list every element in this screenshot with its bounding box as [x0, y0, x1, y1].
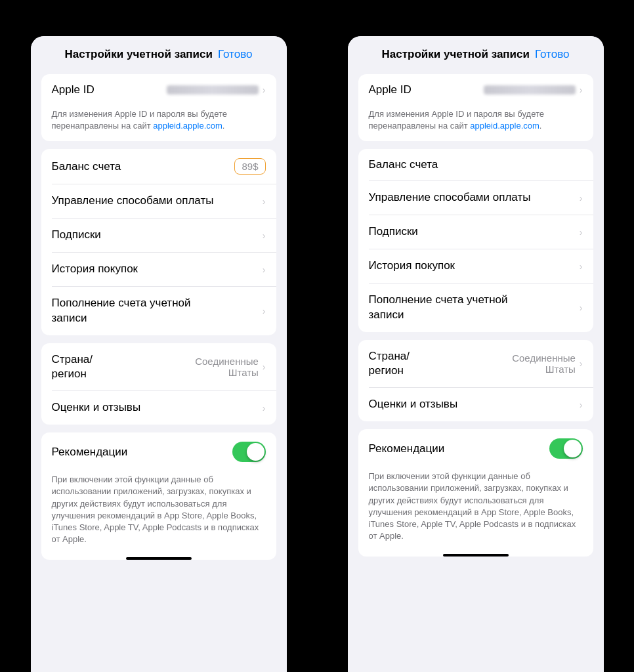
- left-apple-id-email: [167, 85, 259, 94]
- left-country-label: Страна/регион: [52, 352, 93, 381]
- right-payment-manage-row[interactable]: Управление способами оплаты ›: [358, 181, 593, 215]
- left-ratings-row[interactable]: Оценки и отзывы ›: [41, 391, 276, 425]
- right-apple-id-chevron: ›: [580, 85, 583, 95]
- right-history-row[interactable]: История покупок ›: [358, 249, 593, 283]
- left-rec-toggle-knob: [247, 443, 264, 461]
- right-rec-description: При включении этой функции данные об исп…: [358, 468, 593, 551]
- right-ratings-label: Оценки и отзывы: [369, 397, 458, 412]
- left-country-section: Страна/регион СоединенныеШтаты › Оценки …: [41, 343, 276, 425]
- right-scrollbar: [443, 554, 509, 556]
- left-title: Настройки учетной записи: [65, 48, 213, 61]
- right-history-chevron: ›: [580, 261, 583, 272]
- right-payment-manage-label: Управление способами оплаты: [369, 190, 531, 205]
- left-apple-id-section: Apple ID › Для изменения Apple ID и паро…: [41, 74, 276, 141]
- right-title: Настройки учетной записи: [382, 48, 530, 61]
- left-header: Настройки учетной записи Готово: [31, 36, 287, 68]
- left-history-label: История покупок: [52, 262, 138, 277]
- left-apple-id-link[interactable]: appleid.apple.com: [153, 121, 222, 131]
- right-rec-label: Рекомендации: [369, 442, 445, 455]
- right-topup-chevron: ›: [580, 303, 583, 313]
- left-rec-section: Рекомендации При включении этой функции …: [41, 432, 276, 560]
- left-rec-toggle[interactable]: [232, 442, 266, 462]
- right-screen: Настройки учетной записи Готово Apple ID…: [348, 36, 604, 672]
- right-content: Apple ID › Для изменения Apple ID и паро…: [348, 68, 604, 672]
- left-rec-label: Рекомендации: [52, 446, 128, 459]
- right-rec-row: Рекомендации: [358, 429, 593, 468]
- left-panel: Настройки учетной записи Готово Apple ID…: [0, 0, 317, 672]
- left-country-value: СоединенныеШтаты: [195, 356, 259, 378]
- right-apple-id-email: [484, 85, 576, 94]
- right-subscriptions-chevron: ›: [580, 227, 583, 238]
- left-balance-label: Баланс счета: [52, 160, 121, 173]
- left-rec-row: Рекомендации: [41, 432, 276, 471]
- left-apple-id-chevron: ›: [263, 85, 266, 95]
- left-country-chevron: ›: [263, 362, 266, 372]
- right-ratings-row[interactable]: Оценки и отзывы ›: [358, 388, 593, 421]
- left-country-right: СоединенныеШтаты ›: [195, 356, 265, 378]
- left-subscriptions-chevron: ›: [263, 230, 266, 241]
- right-balance-label: Баланс счета: [369, 158, 438, 171]
- right-header: Настройки учетной записи Готово: [348, 36, 604, 68]
- left-payment-manage-chevron: ›: [263, 196, 266, 207]
- right-rec-section: Рекомендации При включении этой функции …: [358, 429, 593, 556]
- right-country-label: Страна/регион: [369, 349, 410, 378]
- left-apple-id-row[interactable]: Apple ID ›: [41, 74, 276, 106]
- left-apple-id-label: Apple ID: [52, 83, 95, 96]
- right-rec-toggle-knob: [564, 440, 581, 457]
- right-done-button[interactable]: Готово: [535, 48, 570, 61]
- left-history-chevron: ›: [263, 264, 266, 275]
- right-apple-id-label: Apple ID: [369, 83, 412, 96]
- left-scrollbar: [126, 557, 192, 560]
- left-country-row[interactable]: Страна/регион СоединенныеШтаты ›: [41, 343, 276, 390]
- right-apple-id-row[interactable]: Apple ID ›: [358, 74, 593, 106]
- left-apple-id-right: ›: [167, 85, 266, 95]
- right-country-row[interactable]: Страна/регион СоединенныеШтаты ›: [358, 340, 593, 387]
- left-topup-label: Пополнение счета учетнойзаписи: [52, 296, 191, 326]
- left-history-row[interactable]: История покупок ›: [41, 253, 276, 286]
- left-balance-row: Баланс счета 89$: [41, 149, 276, 184]
- right-country-section: Страна/регион СоединенныеШтаты › Оценки …: [358, 340, 593, 421]
- right-payment-manage-chevron: ›: [580, 193, 583, 203]
- right-country-right: СоединенныеШтаты ›: [512, 352, 582, 375]
- right-apple-id-section: Apple ID › Для изменения Apple ID и паро…: [358, 74, 593, 141]
- left-subscriptions-row[interactable]: Подписки ›: [41, 219, 276, 252]
- left-content: Apple ID › Для изменения Apple ID и паро…: [31, 68, 287, 672]
- right-topup-row[interactable]: Пополнение счета учетнойзаписи ›: [358, 284, 593, 332]
- right-panel: Настройки учетной записи Готово Apple ID…: [317, 0, 634, 672]
- right-subscriptions-row[interactable]: Подписки ›: [358, 215, 593, 249]
- left-topup-chevron: ›: [263, 306, 266, 316]
- right-ratings-chevron: ›: [580, 400, 583, 410]
- left-screen: Настройки учетной записи Готово Apple ID…: [31, 36, 287, 672]
- left-balance-badge: 89$: [234, 158, 265, 175]
- right-apple-id-hint: Для изменения Apple ID и пароля вы будет…: [358, 106, 593, 141]
- right-country-value: СоединенныеШтаты: [512, 352, 576, 375]
- left-payment-section: Баланс счета 89$ Управление способами оп…: [41, 149, 276, 335]
- right-subscriptions-label: Подписки: [369, 224, 418, 240]
- right-country-chevron: ›: [580, 358, 583, 369]
- left-payment-manage-row[interactable]: Управление способами оплаты ›: [41, 184, 276, 218]
- right-payment-section: Баланс счета Управление способами оплаты…: [358, 149, 593, 332]
- left-apple-id-hint: Для изменения Apple ID и пароля вы будет…: [41, 106, 276, 141]
- left-ratings-label: Оценки и отзывы: [52, 400, 141, 415]
- left-done-button[interactable]: Готово: [218, 48, 253, 61]
- left-subscriptions-label: Подписки: [52, 228, 101, 243]
- right-history-label: История покупок: [369, 259, 455, 274]
- right-apple-id-right: ›: [484, 85, 583, 95]
- right-rec-toggle[interactable]: [549, 438, 583, 459]
- right-topup-label: Пополнение счета учетнойзаписи: [369, 293, 508, 323]
- left-payment-manage-label: Управление способами оплаты: [52, 194, 214, 209]
- left-rec-description: При включении этой функции данные об исп…: [41, 471, 276, 555]
- left-topup-row[interactable]: Пополнение счета учетнойзаписи ›: [41, 287, 276, 335]
- right-apple-id-link[interactable]: appleid.apple.com: [470, 121, 539, 131]
- left-ratings-chevron: ›: [263, 403, 266, 413]
- right-balance-row: Баланс счета: [358, 149, 593, 180]
